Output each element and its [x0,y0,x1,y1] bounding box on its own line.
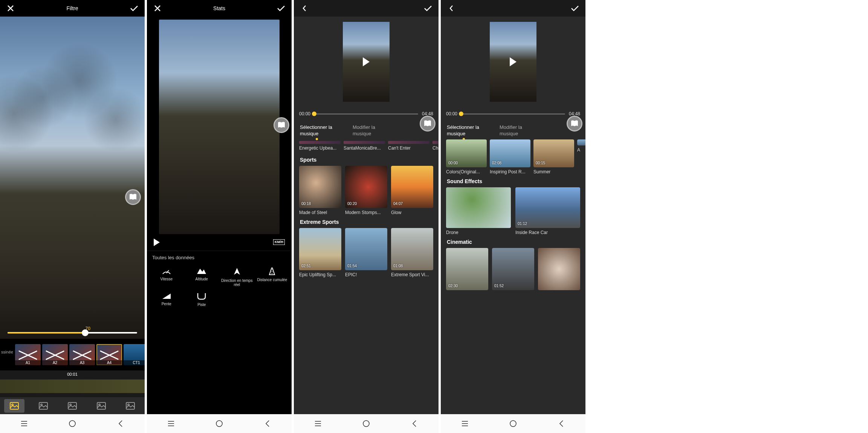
stat-pente[interactable]: Pente [150,292,183,307]
svg-point-20 [216,421,222,427]
track-glow[interactable]: 04:07Glow [391,166,433,215]
confirm-icon[interactable] [570,3,580,14]
topbar: Stats [147,0,292,17]
filter-a1[interactable]: A1 [15,344,41,365]
nav-home-icon[interactable] [215,419,224,428]
nav-home-icon[interactable] [68,419,77,428]
nav-back-icon[interactable] [263,419,272,428]
filter-a2[interactable]: A2 [42,344,68,365]
time-start: 00:00 [299,111,310,116]
music-tabs: Sélectionner la musique Modifier la musi… [294,121,439,139]
play-icon[interactable] [363,57,370,66]
nav-home-icon[interactable] [362,419,371,428]
filter-off-label[interactable]: ssinée [1,350,14,354]
section-extreme: Extreme Sports [294,215,439,228]
play-icon[interactable] [154,239,160,246]
nav-back-icon[interactable] [557,419,566,428]
track-cine-3[interactable] [538,248,580,290]
tab-modify-music[interactable]: Modifier la musique [353,124,394,137]
layer-1-icon[interactable] [4,399,24,413]
svg-point-24 [363,421,369,427]
section-cinematic: Cinematic [441,235,585,248]
svg-point-28 [510,421,516,427]
recent-row: Energetic Upbea... SantaMonicaBre... Can… [294,139,439,153]
scrub-bar[interactable] [314,113,418,115]
tab-modify-music[interactable]: Modifier la musique [500,124,541,137]
all-data-label[interactable]: Toutes les données [147,251,292,264]
close-icon[interactable] [152,3,163,14]
track-modern-stomps[interactable]: 00:20Modern Stomps... [345,166,387,215]
nav-recents-icon[interactable] [460,419,469,428]
stats-grid: Vitesse Altitude Direction en temps réel… [147,264,292,292]
stat-distance[interactable]: Distance cumulée [256,267,289,287]
timeline[interactable]: 00:01 [0,370,145,397]
confirm-icon[interactable] [276,3,286,14]
layer-2-icon[interactable] [33,399,53,413]
layer-3-icon[interactable] [62,399,83,413]
back-icon[interactable] [446,3,457,14]
play-row: KM/H [147,234,292,251]
filter-a3[interactable]: A3 [69,344,95,365]
nav-recents-icon[interactable] [20,419,29,428]
track-colors[interactable]: 00:00Colors(Original... [446,139,487,174]
track-inspiring[interactable]: 02:08Inspiring Post R... [490,139,530,174]
video-preview [159,20,280,234]
filter-slider[interactable] [8,332,137,334]
track-item[interactable]: Can't Enter [388,141,429,151]
guide-button[interactable] [420,116,436,132]
track-epic[interactable]: 01:54EPIC! [345,228,387,277]
layer-5-icon[interactable] [120,399,141,413]
android-navbar [0,414,145,433]
back-icon[interactable] [299,3,310,14]
filter-ct1[interactable]: CT1 [124,344,145,365]
track-summer[interactable]: 00:15Summer [533,139,574,174]
play-icon[interactable] [510,57,517,66]
time-start: 00:00 [446,111,457,116]
track-extreme-sport[interactable]: 01:08Extreme Sport Vi... [391,228,433,277]
track-cine-1[interactable]: 02:30 [446,248,488,290]
layer-4-icon[interactable] [91,399,112,413]
units-badge[interactable]: KM/H [273,239,285,245]
track-item[interactable]: Energetic Upbea... [299,141,341,151]
track-cine-2[interactable]: 01:52 [492,248,534,290]
track-race-car[interactable]: 01:12Inside Race Car [515,187,580,235]
cinematic-grid: 02:30 01:52 [441,248,585,290]
guide-button[interactable] [274,117,289,133]
music-tabs: Sélectionner la musique Modifier la musi… [441,121,585,139]
scrub-bar[interactable] [461,113,565,115]
video-preview [294,17,439,107]
filter-list[interactable]: ssinée A1 A2 A3 A4 CT1 [0,339,145,365]
nav-back-icon[interactable] [116,419,125,428]
nav-back-icon[interactable] [410,419,419,428]
track-item[interactable]: SantaMonicaBre... [344,141,385,151]
close-icon[interactable] [5,3,16,14]
filter-a4[interactable]: A4 [96,344,122,365]
tab-select-music[interactable]: Sélectionner la musique [300,124,341,137]
track-drone[interactable]: Drone [446,187,511,235]
stat-vitesse[interactable]: Vitesse [150,267,183,287]
confirm-icon[interactable] [423,3,433,14]
nav-recents-icon[interactable] [167,419,176,428]
confirm-icon[interactable] [129,3,139,14]
track-epic-uplifting[interactable]: 02:51Epic Uplifting Sp... [299,228,341,277]
guide-button[interactable] [567,116,582,132]
extreme-grid: 02:51Epic Uplifting Sp... 01:54EPIC! 01:… [294,228,439,277]
track-item[interactable]: Ch [432,141,439,151]
nav-home-icon[interactable] [509,419,518,428]
video-preview: 70 [0,17,145,339]
track-partial[interactable]: A [577,139,585,174]
slider-value: 70 [39,326,137,331]
guide-button[interactable] [125,189,141,205]
screen-music-2: 00:00 04:48 Sélectionner la musique Modi… [441,0,585,433]
android-navbar [441,414,585,433]
track-made-of-steel[interactable]: 00:18Made of Steel [299,166,341,215]
stat-altitude[interactable]: Altitude [185,267,219,287]
stat-piste[interactable]: Piste [185,292,219,307]
stat-direction[interactable]: Direction en temps réel [220,267,254,287]
topbar: Filtre [0,0,145,17]
top-row: 00:00Colors(Original... 02:08Inspiring P… [441,139,585,174]
section-sfx: Sound Effects [441,174,585,187]
nav-recents-icon[interactable] [313,419,322,428]
tab-select-music[interactable]: Sélectionner la musique [447,124,488,137]
screen-music-1: 00:00 04:48 Sélectionner la musique Modi… [294,0,439,433]
